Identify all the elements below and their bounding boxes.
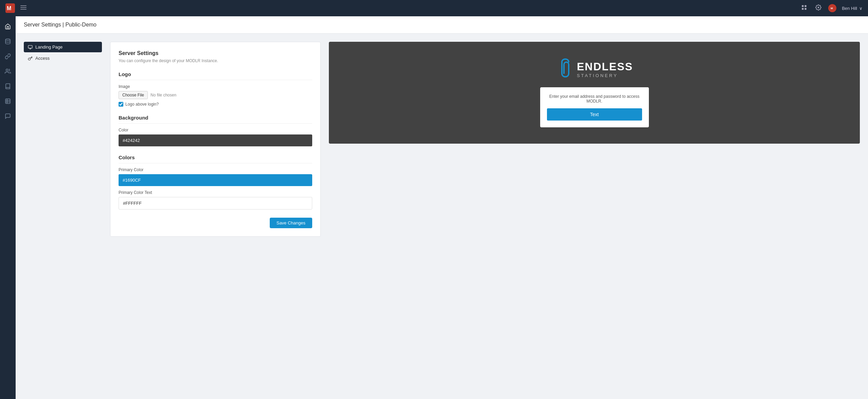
sidebar-item-home[interactable]: [2, 20, 14, 33]
preview-login-hint: Enter your email address and password to…: [547, 94, 642, 104]
bg-color-input[interactable]: [119, 134, 312, 146]
left-nav: Landing Page Access: [24, 42, 102, 64]
modlr-logo: M: [5, 3, 15, 13]
save-changes-button[interactable]: Save Changes: [270, 218, 312, 228]
bg-color-label: Color: [119, 128, 312, 132]
sidebar-item-link[interactable]: [2, 50, 14, 62]
main-layout: Server Settings | Public-Demo Landing Pa…: [0, 16, 868, 399]
logo-section-title: Logo: [119, 71, 312, 80]
logo-above-login-row: Logo above login?: [119, 102, 312, 107]
sidebar-item-database[interactable]: [2, 35, 14, 48]
svg-rect-3: [20, 7, 26, 8]
page-title: Server Settings | Public-Demo: [24, 22, 96, 28]
svg-rect-2: [20, 5, 26, 6]
nav-item-landing-page-label: Landing Page: [35, 44, 63, 50]
preview-login-button[interactable]: Text: [547, 108, 642, 121]
settings-heading: Server Settings: [119, 50, 312, 56]
brand-sub: STATIONERY: [577, 73, 633, 78]
preview-panel: ENDLESS STATIONERY Enter your email addr…: [329, 42, 860, 144]
chevron-down-icon: ∨: [859, 6, 863, 11]
top-nav-left: M: [5, 3, 28, 13]
svg-text:M: M: [7, 5, 11, 11]
key-icon: [28, 56, 33, 61]
hamburger-button[interactable]: [19, 3, 28, 13]
file-input-row: Choose File No file chosen: [119, 91, 312, 99]
choose-file-button[interactable]: Choose File: [119, 91, 148, 99]
page-header: Server Settings | Public-Demo: [16, 16, 868, 34]
preview-login-box: Enter your email address and password to…: [540, 87, 649, 127]
settings-icon-button[interactable]: [814, 3, 823, 13]
preview-logo: ENDLESS STATIONERY: [556, 58, 633, 80]
page-content: Landing Page Access Server Settings You …: [16, 34, 868, 245]
colors-section-title: Colors: [119, 155, 312, 163]
background-section-title: Background: [119, 115, 312, 124]
svg-text:M: M: [831, 7, 833, 10]
settings-panel: Server Settings You can configure the de…: [110, 42, 321, 237]
nav-item-access[interactable]: Access: [24, 53, 102, 64]
svg-rect-12: [5, 99, 10, 104]
content-area: Server Settings | Public-Demo Landing Pa…: [16, 16, 868, 399]
save-btn-row: Save Changes: [119, 218, 312, 228]
user-name: Ben Hill: [842, 6, 857, 11]
paperclip-icon: [556, 58, 573, 80]
monitor-icon: [28, 45, 33, 50]
logo-above-login-checkbox[interactable]: [119, 102, 123, 107]
sidebar-item-table[interactable]: [2, 95, 14, 107]
image-label: Image: [119, 84, 312, 89]
svg-rect-16: [28, 45, 32, 48]
primary-color-input[interactable]: [119, 174, 312, 186]
svg-point-11: [6, 69, 8, 71]
svg-rect-4: [20, 9, 26, 10]
svg-rect-5: [802, 5, 803, 7]
svg-rect-7: [802, 8, 803, 10]
top-navigation: M M Ben Hill ∨: [0, 0, 868, 16]
colors-section: Colors Primary Color Primary Color Text: [119, 155, 312, 210]
user-menu[interactable]: Ben Hill ∨: [842, 6, 863, 11]
svg-point-10: [5, 39, 10, 41]
top-nav-right: M Ben Hill ∨: [800, 3, 863, 13]
sidebar-item-users[interactable]: [2, 65, 14, 77]
grid-icon-button[interactable]: [800, 3, 809, 13]
svg-rect-8: [805, 8, 807, 10]
primary-color-text-input[interactable]: [119, 197, 312, 210]
nav-item-landing-page[interactable]: Landing Page: [24, 42, 102, 52]
logo-section: Logo Image Choose File No file chosen Lo…: [119, 71, 312, 107]
no-file-label: No file chosen: [150, 93, 176, 97]
icon-sidebar: [0, 16, 16, 399]
logo-above-login-label: Logo above login?: [125, 102, 159, 107]
sidebar-item-book[interactable]: [2, 80, 14, 92]
preview-logo-text: ENDLESS STATIONERY: [577, 60, 633, 78]
brand-name: ENDLESS: [577, 60, 633, 73]
svg-rect-6: [805, 5, 807, 7]
nav-item-access-label: Access: [35, 56, 50, 61]
sidebar-item-chat[interactable]: [2, 110, 14, 122]
settings-subtitle: You can configure the design of your MOD…: [119, 58, 312, 63]
primary-color-text-label: Primary Color Text: [119, 190, 312, 195]
primary-color-label: Primary Color: [119, 167, 312, 172]
background-section: Background Color: [119, 115, 312, 146]
user-avatar-icon: M: [828, 4, 836, 12]
